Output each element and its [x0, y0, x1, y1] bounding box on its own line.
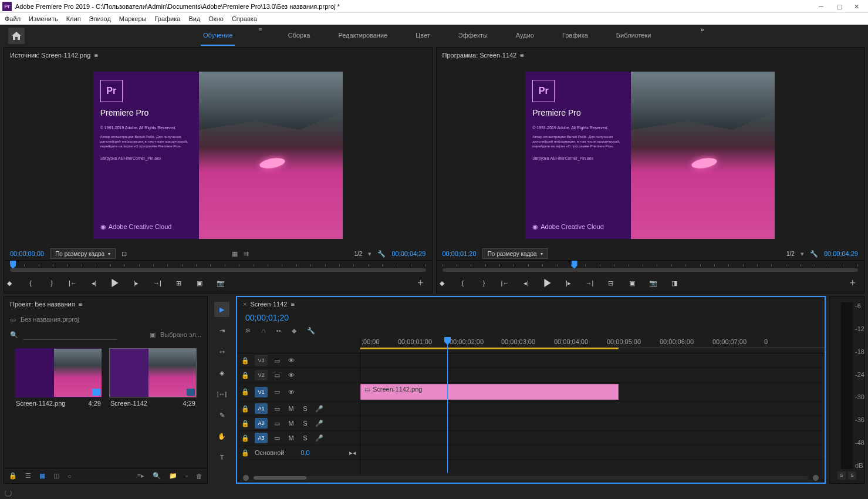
lock-icon[interactable]: 🔒 [241, 388, 250, 396]
export-frame-icon[interactable]: 📷 [215, 278, 226, 288]
extract-icon[interactable]: ▣ [627, 278, 637, 288]
menu-sequence[interactable]: Эпизод [89, 15, 111, 22]
project-tab[interactable]: Проект: Без названия [10, 301, 75, 308]
lock-icon[interactable]: 🔒 [241, 357, 250, 365]
solo-l[interactable]: S [837, 471, 846, 480]
compare-icon[interactable]: ◨ [669, 278, 680, 288]
program-tab[interactable]: Программа: Screen-1142 [443, 52, 517, 59]
marker-icon[interactable]: ◆ [4, 278, 15, 288]
add-button[interactable]: + [849, 277, 856, 289]
menu-clip[interactable]: Клип [66, 15, 81, 22]
panel-menu-icon[interactable]: ≡ [94, 52, 97, 59]
source-viewport[interactable]: Pr Premiere Pro © 1991-2019 Adobe. All R… [4, 63, 432, 247]
panel-menu-icon[interactable]: ≡ [520, 52, 523, 59]
play-button[interactable] [542, 278, 553, 288]
track-v1[interactable]: 🔒V1▭👁 [237, 383, 360, 402]
go-out-icon[interactable]: →| [152, 278, 163, 288]
delete-icon[interactable]: 🗑 [196, 473, 202, 480]
source-drag-icon[interactable]: ⇉ [244, 250, 249, 258]
in-point-icon[interactable]: { [25, 278, 36, 288]
workspace-assembly[interactable]: Сборка [286, 26, 313, 46]
out-point-icon[interactable]: } [46, 278, 57, 288]
home-button[interactable] [8, 28, 25, 44]
source-tab[interactable]: Источник: Screen-1142.png [10, 52, 90, 59]
wrench-icon[interactable]: 🔧 [307, 327, 315, 335]
type-tool[interactable]: T [214, 450, 229, 465]
solo-r[interactable]: S [848, 471, 856, 480]
program-resolution[interactable]: 1/2 [786, 251, 795, 257]
bin-item[interactable]: Screen-11424;29 [109, 348, 197, 462]
menu-graphics[interactable]: Графика [154, 15, 180, 22]
workspace-effects[interactable]: Эффекты [456, 26, 490, 46]
workspace-libraries[interactable]: Библиотеки [614, 26, 654, 46]
bin-item[interactable]: Screen-1142.png4;29 [15, 348, 102, 462]
linked-icon[interactable]: ∩ [261, 327, 266, 334]
hand-tool[interactable]: ✋ [214, 429, 229, 444]
source-nav-ruler[interactable] [4, 260, 432, 273]
workspace-learning[interactable]: Обучение [201, 26, 235, 46]
timeline-zoom-scroll[interactable] [237, 473, 825, 483]
lock-icon[interactable]: 🔒 [241, 449, 250, 457]
track-select-tool[interactable]: ⇥ [214, 323, 229, 338]
workspace-menu-icon[interactable]: ≡ [258, 26, 262, 46]
track-a2[interactable]: 🔒A2▭MS🎤 [237, 416, 360, 431]
program-wrench-icon[interactable]: 🔧 [810, 250, 818, 258]
lock-icon[interactable]: 🔒 [241, 434, 250, 442]
settings-icon[interactable]: ◆ [292, 327, 296, 335]
menu-window[interactable]: Окно [208, 15, 224, 22]
selection-tool[interactable]: ▶ [214, 302, 229, 317]
timeline-clip[interactable]: ▭Screen-1142.png [360, 384, 619, 400]
source-safe-margins-icon[interactable]: ⊡ [121, 250, 127, 258]
track-a1[interactable]: 🔒A1▭MS🎤 [237, 402, 360, 416]
lock-icon[interactable]: 🔒 [9, 472, 17, 480]
source-wrench-icon[interactable]: 🔧 [377, 250, 386, 258]
markers-icon[interactable]: ▪▪ [276, 327, 281, 334]
playhead[interactable] [447, 337, 448, 473]
menu-file[interactable]: Файл [5, 15, 21, 22]
source-resolution[interactable]: 1/2 [354, 251, 362, 257]
track-a3[interactable]: 🔒A3▭MS🎤 [237, 431, 360, 446]
add-button[interactable]: + [417, 277, 424, 289]
go-in-icon[interactable]: |← [500, 278, 511, 288]
timeline-ruler[interactable]: ;00;00 00;00;01;00 00;00;02;00 00;00;03;… [360, 337, 825, 353]
panel-menu-icon[interactable]: ≡ [79, 301, 82, 308]
lock-icon[interactable]: 🔒 [241, 372, 250, 379]
lift-icon[interactable]: ⊟ [606, 278, 616, 288]
sort-icon[interactable]: ○ [67, 473, 72, 480]
menu-view[interactable]: Вид [188, 15, 200, 22]
find-icon[interactable]: 🔍 [153, 472, 161, 480]
pen-tool[interactable]: ✎ [214, 407, 229, 423]
panel-menu-icon[interactable]: ≡ [291, 301, 294, 308]
track-master[interactable]: 🔒Основной0,0▸◂ [237, 446, 360, 460]
maximize-button[interactable]: ▢ [836, 3, 843, 10]
list-view-icon[interactable]: ☰ [25, 472, 31, 480]
bin-icon[interactable]: ▣ [150, 331, 156, 339]
in-point-icon[interactable]: { [458, 278, 468, 288]
new-item-icon[interactable]: ▫ [185, 473, 188, 480]
program-viewport[interactable]: Pr Premiere Pro © 1991-2019 Adobe. All R… [437, 63, 864, 247]
timeline-tab[interactable]: Screen-1142 [250, 301, 287, 308]
source-settings-icon[interactable]: ▦ [232, 250, 238, 258]
track-v2[interactable]: 🔒V2▭👁 [237, 368, 360, 383]
ripple-tool[interactable]: ⇿ [214, 344, 229, 359]
razor-tool[interactable]: ◈ [214, 365, 229, 380]
source-timecode[interactable]: 00;00;00;00 [10, 250, 44, 257]
menu-markers[interactable]: Маркеры [119, 15, 147, 22]
timeline-timecode[interactable]: 00;00;01;20 [245, 313, 289, 322]
insert-icon[interactable]: ⊞ [173, 278, 184, 288]
export-frame-icon[interactable]: 📷 [648, 278, 658, 288]
slip-tool[interactable]: |↔| [214, 386, 229, 402]
lock-icon[interactable]: 🔒 [241, 420, 250, 427]
source-zoom-select[interactable]: По размеру кадра [50, 248, 116, 259]
program-nav-ruler[interactable] [437, 260, 864, 273]
go-in-icon[interactable]: |← [67, 278, 78, 288]
go-out-icon[interactable]: →| [585, 278, 595, 288]
track-v3[interactable]: 🔒V3▭👁 [237, 353, 360, 368]
program-timecode[interactable]: 00;00;01;20 [443, 250, 477, 257]
automate-icon[interactable]: ≡▸ [137, 472, 144, 480]
minimize-button[interactable]: ─ [819, 3, 826, 10]
menu-edit[interactable]: Изменить [29, 15, 58, 22]
program-zoom-select[interactable]: По размеру кадра [482, 248, 548, 259]
close-button[interactable]: ✕ [854, 3, 861, 10]
freeform-icon[interactable]: ◫ [53, 472, 59, 480]
